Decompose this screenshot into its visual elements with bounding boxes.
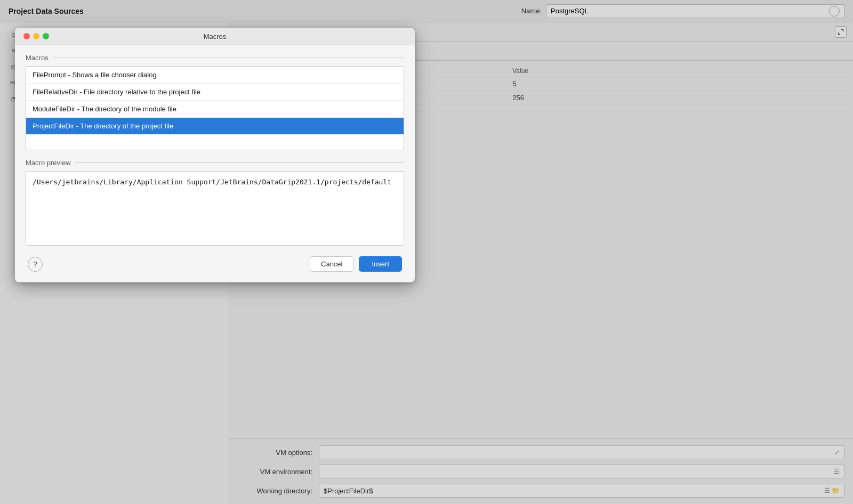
macro-item-filerelativedir[interactable]: FileRelativeDir - File directory relativ… (26, 84, 404, 101)
macros-list: FilePrompt - Shows a file chooser dialog… (26, 66, 404, 150)
preview-box: /Users/jetbrains/Library/Application Sup… (26, 171, 404, 246)
close-button[interactable] (23, 33, 30, 39)
dialog-footer: ? Cancel Insert (26, 256, 404, 272)
maximize-button[interactable] (43, 33, 49, 39)
footer-buttons: Cancel Insert (310, 256, 402, 272)
traffic-lights (23, 33, 49, 39)
cancel-button[interactable]: Cancel (310, 256, 353, 272)
macro-item-fileprompt[interactable]: FilePrompt - Shows a file chooser dialog (26, 67, 404, 84)
insert-button[interactable]: Insert (359, 256, 402, 272)
macro-item-empty[interactable] (26, 135, 404, 150)
macro-item-projectfiledir[interactable]: ProjectFileDir - The directory of the pr… (26, 118, 404, 135)
dialog-titlebar: Macros (15, 28, 415, 45)
macros-section-label: Macros (26, 54, 404, 62)
dialog-body: Macros FilePrompt - Shows a file chooser… (15, 45, 415, 282)
macros-dialog: Macros Macros FilePrompt - Shows a file … (15, 28, 415, 282)
help-button[interactable]: ? (28, 257, 43, 272)
dialog-title: Macros (204, 32, 227, 40)
minimize-button[interactable] (33, 33, 39, 39)
preview-section-label: Macro preview (26, 159, 404, 167)
macro-item-modulefiledir[interactable]: ModuleFileDir - The directory of the mod… (26, 101, 404, 118)
preview-section: Macro preview /Users/jetbrains/Library/A… (26, 159, 404, 246)
